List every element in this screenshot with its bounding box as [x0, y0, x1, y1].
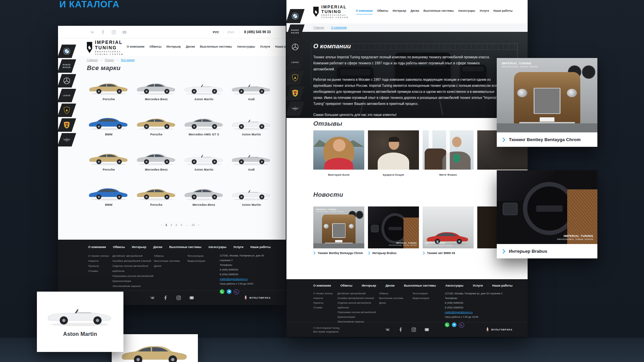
email-link[interactable]: mailto@imperialtuning.ru — [445, 310, 513, 315]
footer-link[interactable]: Новости — [313, 296, 337, 301]
footer-link[interactable]: Фотогалерея — [187, 253, 220, 258]
footer-link[interactable]: Эксклюзивная окраска — [112, 284, 154, 289]
review-photo[interactable] — [368, 130, 419, 170]
footer-nav-item[interactable]: Услуги — [473, 284, 483, 287]
nav-item[interactable]: Услуги — [480, 9, 489, 14]
review-photo[interactable] — [313, 130, 364, 170]
car-card[interactable]: Porsche — [87, 79, 131, 109]
nav-item[interactable]: Выхлопные системы — [200, 45, 232, 50]
footer-nav-item[interactable]: Наши работы — [250, 245, 270, 249]
footer-nav-item[interactable]: Диски — [385, 284, 394, 287]
page-number[interactable]: ... — [185, 223, 188, 227]
car-card[interactable]: Mercedes-Benz — [135, 79, 178, 109]
footer-nav-item[interactable]: Аксессуары — [208, 245, 226, 249]
sidebar-brand-lexus[interactable]: LEXUS — [286, 55, 305, 69]
footer-phone[interactable]: 8 (926) 9089933 — [220, 272, 271, 277]
agency-logo[interactable]: МУЛЬТЭВРИКА — [244, 295, 271, 301]
facebook-icon[interactable] — [398, 327, 403, 332]
nav-item[interactable]: Интерьер — [393, 9, 406, 14]
footer-link[interactable]: Выхлопные системы — [379, 296, 413, 301]
lang-rus[interactable]: РУС — [208, 30, 223, 34]
page-number[interactable]: 1 — [165, 223, 167, 227]
footer-phone[interactable]: 8 (495) 5459933 — [445, 301, 513, 305]
footer-link[interactable]: Отзывы — [313, 305, 337, 310]
youtube-icon[interactable] — [190, 296, 194, 300]
footer-link[interactable]: Диски — [379, 301, 413, 305]
nav-item[interactable]: Обвесы — [377, 9, 388, 14]
breadcrumb-home[interactable]: Главная — [87, 58, 98, 62]
footer-link[interactable]: Отзывы — [88, 268, 112, 274]
agency-logo[interactable]: МУЛЬТЭВРИКА — [486, 327, 513, 333]
instagram-icon[interactable] — [176, 296, 181, 300]
footer-nav-item[interactable]: Выхлопные системы — [169, 245, 202, 249]
footer-nav-item[interactable]: Диски — [153, 245, 162, 249]
nav-item[interactable]: О компании — [127, 45, 145, 50]
car-card[interactable]: Mercedes-AMG GT S — [182, 114, 226, 144]
footer-link[interactable]: О тюнинг ателье — [88, 253, 112, 258]
footer-link[interactable]: Оклейка автомобилей пленкой — [337, 296, 379, 301]
footer-link[interactable]: Отделка салона автомобиля карбоном — [337, 301, 379, 310]
page-prev[interactable]: ‹ — [161, 223, 162, 227]
footer-link[interactable]: Видеогалерея — [413, 296, 445, 301]
footer-nav-item[interactable]: Интерьер — [132, 245, 146, 249]
footer-nav-item[interactable]: Услуги — [233, 245, 244, 249]
car-card[interactable]: BMW — [87, 184, 131, 215]
nav-item[interactable]: О компании — [356, 9, 373, 14]
footer-link[interactable]: Детейлинг автомобилей — [337, 291, 379, 296]
car-card[interactable]: Porsche — [135, 114, 178, 144]
footer-link[interactable]: Шумоизоляция — [112, 279, 154, 284]
nav-item[interactable]: Аксессуары — [237, 45, 255, 50]
vk-icon[interactable] — [385, 327, 390, 332]
car-card[interactable]: Mercedes-Benz — [182, 184, 226, 215]
youtube-icon[interactable] — [425, 327, 429, 332]
sidebar-brand-mercedes[interactable] — [286, 40, 305, 54]
facebook-icon[interactable] — [163, 296, 168, 300]
floating-card-porsche[interactable] — [112, 334, 198, 362]
car-card[interactable]: Aston Martin — [182, 149, 226, 180]
sidebar-brand-bmw[interactable] — [286, 9, 305, 23]
floating-card-bentayga[interactable]: IMPERIAL TUNINGPROFESSIONAL TUNING CENTE… — [497, 58, 597, 147]
footer-link[interactable]: Выхлопные системы — [154, 258, 187, 263]
facebook-icon[interactable] — [101, 30, 105, 34]
car-card[interactable]: Aston Martin — [229, 184, 273, 215]
footer-link[interactable]: Перешивка салона автомобилей — [337, 310, 379, 315]
car-card[interactable]: Porsche — [87, 149, 131, 180]
page-number[interactable]: 4 — [180, 223, 182, 227]
footer-nav-item[interactable]: О компании — [88, 245, 106, 249]
footer-link[interactable]: Новости — [88, 258, 112, 263]
footer-link[interactable]: Проекты — [88, 263, 112, 268]
footer-link[interactable]: Отделка салона автомобиля карбоном — [112, 263, 154, 274]
sidebar-brand-porsche[interactable] — [57, 118, 76, 132]
footer-nav-item[interactable]: Аксессуары — [445, 284, 464, 287]
page-number[interactable]: 2 — [170, 223, 172, 227]
vk-icon[interactable] — [150, 296, 155, 300]
footer-nav-item[interactable]: Обвесы — [113, 245, 125, 249]
vk-icon[interactable] — [90, 30, 94, 34]
car-card[interactable]: Audi — [229, 79, 273, 109]
footer-nav-item[interactable]: Наши работы — [492, 284, 512, 287]
footer-nav-item[interactable]: Обвесы — [340, 284, 353, 287]
phone-number[interactable]: 8 (495) 545 99 33 — [238, 30, 271, 34]
footer-link[interactable]: Шумоизоляция — [337, 315, 379, 319]
email-link[interactable]: mailto@imperialtuning.ru — [220, 277, 271, 282]
nav-item[interactable]: Услуги — [260, 45, 270, 50]
sidebar-brand-lamborghini[interactable] — [57, 104, 76, 117]
car-card[interactable]: Aston Martin — [229, 114, 273, 144]
lang-eng[interactable]: ENG — [223, 30, 238, 34]
footer-link[interactable]: Диски — [154, 263, 187, 268]
nav-item[interactable]: Диски — [186, 45, 195, 50]
instagram-icon[interactable] — [412, 327, 416, 332]
sidebar-brand-bentley[interactable]: B — [57, 133, 76, 146]
sidebar-brand-mercedes[interactable] — [57, 74, 76, 87]
instagram-icon[interactable] — [112, 30, 116, 34]
sidebar-brand-bentley[interactable]: B — [286, 102, 305, 116]
footer-link[interactable]: Оклейка автомобилей пленкой — [112, 258, 154, 263]
footer-link[interactable]: Обвесы — [154, 253, 187, 258]
footer-nav-item[interactable]: Интерьер — [362, 284, 376, 287]
sidebar-brand-lamborghini[interactable] — [286, 71, 305, 85]
nav-item[interactable]: Выхлопные системы — [424, 9, 454, 14]
floating-card-aston[interactable]: Aston Martin — [37, 292, 123, 352]
car-card[interactable]: Aston Martin — [182, 79, 226, 109]
news-card[interactable]: IMPERIAL TUNINGPROFESSIONAL TUNING CENTE… — [313, 206, 364, 255]
news-card[interactable]: IMPERIAL TUNINGPROFESSIONAL TUNING CENTE… — [368, 206, 419, 255]
